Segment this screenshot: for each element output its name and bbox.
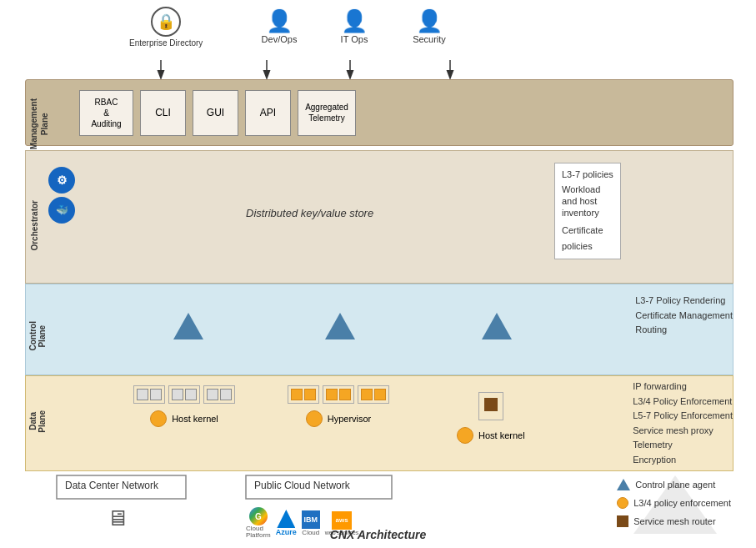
- control-plane-label: ControlPlane: [28, 321, 47, 351]
- orchestrator-icons: ⚙ 🐳: [48, 167, 75, 224]
- legend-triangle-label: Control plane agent: [635, 475, 715, 494]
- containers-triangle: [173, 313, 203, 343]
- policy-rendering-label: L3-7 Policy Rendering: [635, 294, 733, 309]
- server-icon: 🖥: [107, 505, 128, 531]
- vm-group3: [358, 385, 389, 404]
- kv-store-label: Distributed key/value store: [246, 207, 373, 219]
- sq4: [185, 389, 197, 400]
- itops-icon: 👤: [341, 8, 368, 34]
- vm-sq4: [339, 389, 351, 400]
- amazon-icon: aws: [332, 511, 352, 530]
- sq2: [150, 389, 162, 400]
- host-kernel-row-containers: Host kernel: [150, 410, 218, 427]
- orange-circle-containers: [150, 410, 167, 427]
- security-icon: 👤: [416, 8, 443, 34]
- diagram-container: k:v k:v k:v k:v k:v: [0, 0, 756, 548]
- cert-management-label: Certificate Management: [635, 309, 733, 324]
- standalone-brown-group: [478, 392, 503, 420]
- devops-label: Dev/Ops: [262, 34, 298, 44]
- ip-forwarding-label: IP forwarding: [633, 380, 733, 395]
- api-box: API: [245, 90, 291, 136]
- vms-data-plane: Hypervisor: [288, 385, 389, 427]
- vm-sq5: [361, 389, 373, 400]
- legend-brown-icon: [617, 515, 628, 527]
- hypervisor-row: Hypervisor: [306, 410, 372, 427]
- google-icon: G: [249, 507, 268, 525]
- routing-label: Routing: [635, 323, 733, 338]
- cert-policies-label: Certificatepolicies: [562, 223, 613, 256]
- rbac-label: RBAC&Auditing: [91, 97, 121, 129]
- cnx-architecture-title: CNX Architecture: [330, 528, 426, 541]
- google-cloud-logo: G CloudPlatform: [246, 507, 271, 539]
- l37-policies-label: L3-7 policies: [562, 167, 613, 184]
- host-kernel-label-standalone: Host kernel: [478, 430, 525, 440]
- data-plane-label: DataPlane: [28, 410, 47, 433]
- enterprise-directory: 🔒 Enterprise Directory: [129, 7, 203, 48]
- ibm-cloud-logo: IBM Cloud: [302, 510, 320, 536]
- sq3: [172, 389, 183, 400]
- vm-sq6: [374, 389, 386, 400]
- ibm-icon: IBM: [302, 510, 320, 529]
- personas-row: 👤 Dev/Ops 👤 IT Ops 👤 Security: [242, 8, 467, 44]
- orange-circle-standalone: [457, 427, 473, 444]
- l34-policy-label: L3/4 Policy Enforcement: [633, 395, 733, 410]
- container-group1: [133, 385, 165, 404]
- management-components: RBAC&Auditing CLI GUI API AggregatedTele…: [79, 83, 356, 142]
- l57-policy-label: L5-7 Policy Enforcement: [633, 409, 733, 424]
- legend-orange-label: L3/4 policy enforcement: [633, 494, 731, 512]
- orchestrator-band: [25, 150, 733, 284]
- azure-icon: [277, 510, 295, 528]
- devops-icon: 👤: [266, 8, 293, 34]
- itops-label: IT Ops: [341, 34, 368, 44]
- vm-group1: [288, 385, 319, 404]
- legend: Control plane agent L3/4 policy enforcem…: [617, 475, 731, 530]
- vm-sq3: [326, 389, 338, 400]
- vms-triangle: [325, 313, 355, 343]
- brown-square-standalone: [484, 398, 498, 411]
- standalone-triangle: [482, 313, 512, 343]
- gui-label: GUI: [207, 107, 224, 118]
- standalone-data-plane: Host kernel: [457, 392, 525, 444]
- docker-icon: 🐳: [48, 197, 75, 224]
- management-plane-label: ManagementPlane: [28, 98, 70, 149]
- containers-data-plane: Host kernel: [133, 385, 235, 427]
- orchestrator-right-labels: L3-7 policies Workloadand hostinventory …: [554, 163, 621, 259]
- persona-itops: 👤 IT Ops: [317, 8, 392, 44]
- api-label: API: [260, 107, 276, 118]
- sq1: [137, 389, 148, 400]
- control-plane-right-labels: L3-7 Policy Rendering Certificate Manage…: [635, 294, 733, 338]
- sq5: [207, 389, 218, 400]
- legend-orange-icon: [617, 497, 628, 509]
- telemetry-label: AggregatedTelemetry: [305, 102, 348, 123]
- workload-inventory-label: Workloadand hostinventory: [562, 184, 613, 219]
- control-plane-band: [25, 284, 733, 375]
- encryption-label: Encryption: [633, 453, 733, 468]
- sq6: [220, 389, 232, 400]
- lock-icon-container: 🔒: [151, 7, 181, 37]
- telemetry-dp-label: Telemetry: [633, 438, 733, 453]
- orchestrator-label: Orchestrator: [30, 200, 39, 251]
- security-label: Security: [413, 34, 446, 44]
- gui-box: GUI: [193, 90, 238, 136]
- k8s-icon: ⚙: [48, 167, 75, 194]
- cli-box: CLI: [140, 90, 186, 136]
- enterprise-directory-label: Enterprise Directory: [129, 38, 203, 48]
- cli-label: CLI: [155, 107, 171, 118]
- containers-squares-row1: [133, 385, 235, 404]
- vm-group2: [323, 385, 354, 404]
- host-kernel-row-standalone: Host kernel: [457, 427, 525, 444]
- data-center-network-label: Data Center Network: [65, 480, 158, 491]
- persona-devops: 👤 Dev/Ops: [242, 8, 317, 44]
- service-mesh-label: Service mesh proxy: [633, 424, 733, 439]
- vm-sq2: [304, 389, 316, 400]
- telemetry-box: AggregatedTelemetry: [298, 90, 356, 136]
- host-kernel-label-containers: Host kernel: [172, 414, 218, 424]
- public-cloud-network-label: Public Cloud Network: [254, 480, 350, 491]
- vms-squares-row: [288, 385, 389, 404]
- container-group3: [203, 385, 235, 404]
- legend-orange-circle: L3/4 policy enforcement: [617, 494, 731, 512]
- vm-sq1: [291, 389, 303, 400]
- legend-triangle: Control plane agent: [617, 475, 731, 494]
- data-plane-right-labels: IP forwarding L3/4 Policy Enforcement L5…: [633, 380, 733, 468]
- persona-security: 👤 Security: [392, 8, 467, 44]
